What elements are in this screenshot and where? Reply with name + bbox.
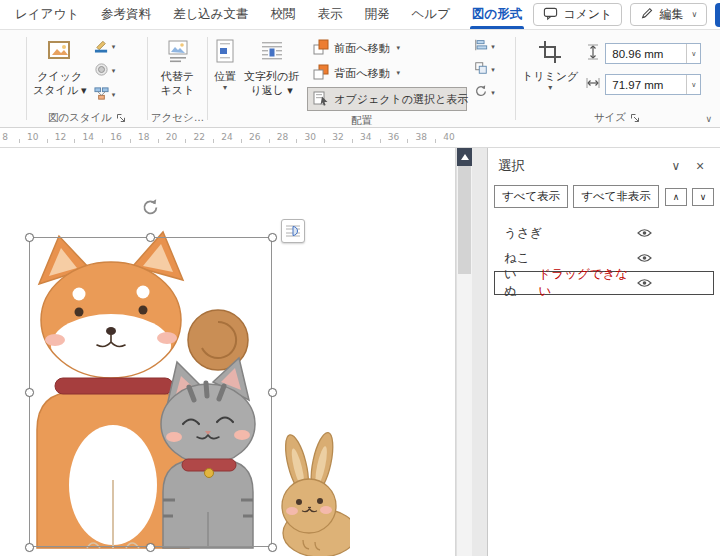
ruler-tick: [269, 139, 270, 143]
ruler-number: 24: [221, 132, 232, 142]
picture-layout-icon: [94, 86, 109, 104]
resize-handle-e[interactable]: [268, 388, 277, 397]
rotation-handle[interactable]: [141, 198, 159, 216]
share-button[interactable]: ∨: [715, 3, 720, 27]
picture-effects-button[interactable]: ▾: [92, 61, 118, 81]
comments-button[interactable]: コメント: [533, 3, 622, 26]
rotate-objects-icon: [474, 84, 488, 101]
chevron-down-icon: ∨: [691, 10, 697, 19]
shape-height-field[interactable]: 80.96 mm ∨: [605, 43, 701, 64]
accessibility-group-label: アクセシ…: [151, 111, 204, 125]
align-objects-button[interactable]: ▾: [472, 37, 497, 56]
selection-pane-toggle-button[interactable]: オブジェクトの選択と表示: [307, 87, 467, 111]
ruler-number: 10: [27, 132, 38, 142]
shape-height-value: 80.96 mm: [612, 48, 663, 60]
resize-handle-s[interactable]: [146, 543, 155, 552]
visibility-eye-icon[interactable]: [637, 278, 652, 288]
scrollbar-thumb[interactable]: [458, 166, 471, 274]
ruler-number: 28: [277, 132, 288, 142]
shape-width-field[interactable]: 71.97 mm ∨: [605, 74, 701, 95]
tab-mailings[interactable]: 差し込み文書: [162, 0, 260, 29]
resize-handle-w[interactable]: [25, 388, 34, 397]
tab-help[interactable]: ヘルプ: [401, 0, 461, 29]
arrange-group-label: 配置: [351, 114, 372, 128]
pane-item-label: ねこ: [504, 250, 530, 267]
resize-handle-n[interactable]: [146, 233, 155, 242]
titlebar: レイアウト 参考資料 差し込み文書 校閲 表示 開発 ヘルプ 図の形式 コメント…: [0, 0, 720, 30]
move-up-button[interactable]: ∧: [665, 188, 687, 206]
shape-width-value: 71.97 mm: [612, 79, 663, 91]
scroll-up-button[interactable]: [457, 148, 472, 166]
ruler-tick: [407, 139, 408, 143]
tab-picture-format[interactable]: 図の形式: [461, 0, 533, 29]
ruler-number: 36: [388, 132, 399, 142]
rotate-objects-button[interactable]: ▾: [472, 83, 497, 102]
size-dialog-launcher[interactable]: [630, 113, 640, 123]
tab-layout[interactable]: レイアウト: [4, 0, 90, 29]
ribbon-collapse-button[interactable]: ∨: [705, 114, 712, 124]
align-objects-icon: [474, 38, 488, 55]
shape-width-icon: [586, 75, 600, 94]
show-all-button[interactable]: すべて表示: [494, 185, 568, 208]
width-spinner[interactable]: ∨: [686, 75, 700, 94]
tab-view[interactable]: 表示: [307, 0, 354, 29]
ruler-tick: [380, 139, 381, 143]
alt-text-label: 代替テ: [161, 70, 194, 82]
ribbon-group-arrange: 位置 ▾ 文字列の折り返し ▾ 前面へ移動 ▾: [208, 30, 515, 127]
quick-styles-button[interactable]: クイック スタイル ▾: [29, 34, 91, 101]
caret-down-icon: ▾: [397, 44, 401, 52]
resize-handle-nw[interactable]: [25, 233, 34, 242]
pane-item-inu[interactable]: いぬ ドラッグできない: [494, 271, 714, 295]
ruler-tick: [19, 139, 20, 143]
ruler-number: 16: [110, 132, 121, 142]
wrap-text-button[interactable]: 文字列の折り返し ▾: [240, 34, 303, 101]
bring-forward-label: 前面へ移動: [334, 41, 389, 56]
caret-down-icon: ▾: [223, 84, 227, 93]
pane-close-icon[interactable]: ×: [688, 158, 712, 174]
position-button[interactable]: 位置 ▾: [210, 34, 240, 96]
pane-menu-chevron-icon[interactable]: ∨: [664, 159, 688, 173]
visibility-eye-icon[interactable]: [637, 253, 652, 263]
tab-developer[interactable]: 開発: [354, 0, 401, 29]
quick-styles-label: クイック: [37, 70, 82, 82]
layout-options-button[interactable]: [281, 219, 305, 243]
crop-button[interactable]: トリミング ▾: [518, 34, 582, 96]
group-objects-button[interactable]: ▾: [472, 60, 497, 79]
ruler-number: 20: [166, 132, 177, 142]
layout-options-icon: [285, 223, 301, 239]
bring-forward-icon: [313, 39, 329, 57]
group-objects-icon: [474, 61, 488, 78]
up-triangle-icon: [461, 154, 469, 160]
position-label: 位置: [214, 70, 236, 84]
send-backward-button[interactable]: 背面へ移動 ▾: [307, 62, 467, 84]
alt-text-button[interactable]: 代替テキスト: [157, 34, 199, 101]
ruler-tick: [47, 139, 48, 143]
ruler-number: 14: [83, 132, 94, 142]
ruler-tick: [130, 139, 131, 143]
selection-pane-toggle-label: オブジェクトの選択と表示: [334, 92, 468, 107]
visibility-eye-icon[interactable]: [637, 228, 652, 238]
resize-handle-se[interactable]: [268, 543, 277, 552]
hide-all-button[interactable]: すべて非表示: [573, 185, 659, 208]
picture-border-button[interactable]: ▾: [92, 37, 118, 57]
resize-handle-ne[interactable]: [268, 233, 277, 242]
pane-item-usagi[interactable]: うさぎ: [494, 221, 714, 245]
picture-styles-dialog-launcher[interactable]: [116, 113, 126, 123]
comments-label: コメント: [563, 6, 612, 23]
ruler: 810121416182022242628303234363840: [0, 128, 720, 148]
selection-pane-title: 選択: [498, 157, 664, 175]
shape-height-icon: [586, 44, 600, 63]
crop-label: トリミング: [522, 70, 578, 84]
tab-review[interactable]: 校閲: [260, 0, 307, 29]
picture-layout-button[interactable]: ▾: [92, 85, 118, 105]
size-group-label: サイズ: [594, 111, 626, 125]
move-down-button[interactable]: ∨: [692, 188, 714, 206]
selection-outline: [29, 237, 272, 547]
tab-references[interactable]: 参考資料: [90, 0, 162, 29]
resize-handle-sw[interactable]: [25, 543, 34, 552]
vertical-scrollbar[interactable]: [456, 148, 472, 556]
editing-mode-label: 編集: [659, 6, 683, 23]
editing-mode-button[interactable]: 編集 ∨: [630, 3, 707, 26]
height-spinner[interactable]: ∨: [686, 44, 700, 63]
bring-forward-button[interactable]: 前面へ移動 ▾: [307, 37, 467, 59]
